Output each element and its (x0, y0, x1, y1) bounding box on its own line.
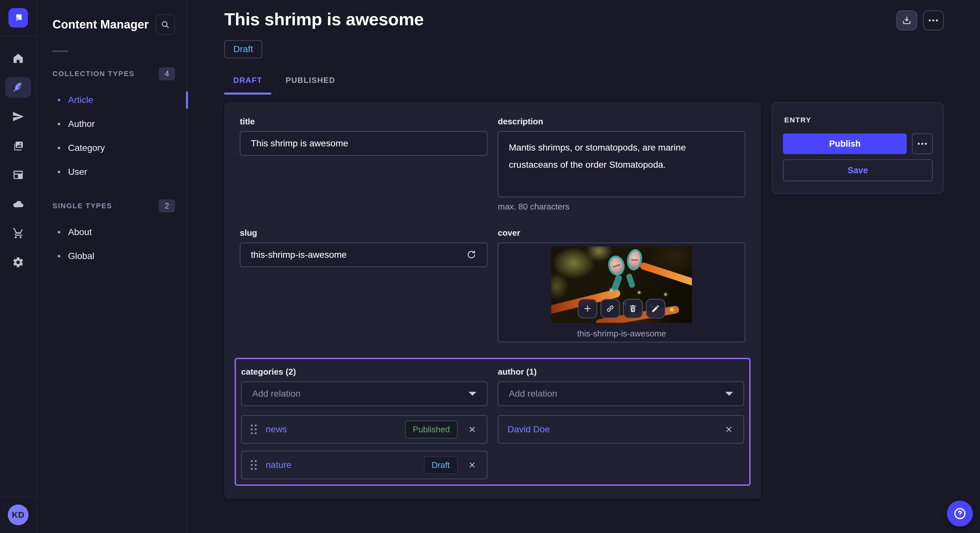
home-icon[interactable] (5, 48, 31, 69)
rail-footer: KD (0, 497, 36, 533)
relation-status-badge: Published (405, 420, 458, 438)
user-avatar[interactable]: KD (8, 504, 29, 525)
cover-media-card: this-shrimp-is-awesome (498, 243, 745, 342)
slug-field: slug (240, 228, 487, 342)
tab-published[interactable]: PUBLISHED (277, 76, 344, 95)
releases-icon[interactable] (5, 106, 31, 127)
entry-more-button[interactable] (912, 133, 933, 154)
relation-item-news: news Published (241, 415, 487, 444)
settings-icon[interactable] (5, 252, 31, 273)
title-input[interactable] (251, 138, 476, 149)
cover-image (551, 246, 692, 323)
link-icon (605, 304, 615, 314)
sidebar-item-global[interactable]: Global (37, 244, 187, 268)
add-icon (583, 304, 592, 314)
sidebar-item-user[interactable]: User (37, 160, 187, 184)
description-field: description Mantis shrimps, or stomatopo… (498, 117, 745, 212)
trash-icon (628, 304, 638, 313)
subnav-title: Content Manager (52, 18, 149, 32)
field-label: cover (498, 228, 745, 238)
relation-item-nature: nature Draft (241, 451, 487, 479)
author-field: author (1) Add relation David Doe (498, 367, 744, 479)
categories-relation-select[interactable]: Add relation (241, 381, 487, 406)
delete-media-button[interactable] (623, 299, 643, 318)
question-mark-icon (953, 506, 967, 521)
remove-relation-button[interactable] (467, 460, 478, 471)
header-actions (896, 10, 944, 30)
more-options-button[interactable] (923, 10, 944, 30)
collection-types-section: COLLECTION TYPES 4 Article Author Catego… (37, 67, 187, 184)
field-label: title (240, 117, 487, 127)
field-label: description (498, 117, 745, 127)
single-types-section: SINGLE TYPES 2 About Global (37, 200, 187, 268)
select-placeholder: Add relation (509, 389, 557, 399)
sidebar-item-about[interactable]: About (37, 220, 187, 244)
download-button[interactable] (896, 10, 917, 30)
bullet-icon (58, 255, 60, 257)
slug-input[interactable] (251, 250, 461, 260)
bullet-icon (58, 171, 60, 173)
entry-panel-label: ENTRY (784, 116, 933, 124)
remove-relation-button[interactable] (467, 424, 478, 435)
description-textarea[interactable]: Mantis shrimps, or stomatopods, are mari… (498, 131, 745, 197)
sidebar-item-label: About (68, 227, 92, 237)
add-media-button[interactable] (578, 299, 597, 318)
deploy-icon[interactable] (5, 194, 31, 214)
field-helper-text: max. 80 characters (498, 202, 745, 212)
bullet-icon (58, 99, 60, 102)
field-label: categories (2) (241, 367, 487, 377)
chevron-down-icon (725, 392, 733, 396)
relation-link[interactable]: David Doe (508, 424, 550, 435)
categories-field: categories (2) Add relation news Publish… (241, 367, 487, 479)
cover-action-bar (578, 299, 665, 318)
close-icon (468, 461, 476, 469)
save-button[interactable]: Save (783, 159, 933, 181)
page-title: This shrimp is awesome (224, 9, 423, 29)
search-button[interactable] (156, 14, 175, 35)
bullet-icon (58, 231, 60, 233)
relation-link[interactable]: news (266, 424, 287, 435)
remove-relation-button[interactable] (723, 424, 734, 435)
sidebar-item-label: Article (68, 95, 93, 105)
sidebar-item-author[interactable]: Author (37, 112, 187, 136)
strapi-logo-glyph (12, 12, 24, 24)
relation-link[interactable]: nature (266, 460, 291, 470)
regenerate-icon[interactable] (466, 250, 476, 260)
marketplace-icon[interactable] (5, 223, 31, 244)
select-placeholder: Add relation (252, 389, 301, 399)
help-button[interactable] (947, 501, 973, 527)
relations-highlight-box: categories (2) Add relation news Publish… (235, 358, 751, 486)
rail-nav-items (5, 36, 31, 273)
bullet-icon (58, 123, 60, 125)
copy-link-button[interactable] (600, 299, 620, 318)
sidebar-item-label: Author (68, 119, 95, 129)
strapi-logo-icon[interactable] (8, 8, 28, 27)
media-library-icon[interactable] (5, 135, 31, 156)
drag-handle-icon[interactable] (251, 425, 257, 434)
chevron-down-icon (469, 392, 476, 396)
edit-media-button[interactable] (646, 299, 665, 318)
edit-icon (651, 304, 660, 313)
more-icon (929, 19, 938, 21)
main-content: This shrimp is awesome Draft DRAFT PUBLI… (187, 0, 980, 533)
version-tabs: DRAFT PUBLISHED (224, 76, 944, 95)
title-field: title (240, 117, 487, 212)
publish-button[interactable]: Publish (783, 133, 907, 154)
author-relation-select[interactable]: Add relation (498, 381, 744, 406)
sidebar-item-article[interactable]: Article (37, 88, 187, 112)
content-type-builder-icon[interactable] (5, 165, 31, 185)
drag-handle-icon[interactable] (251, 460, 257, 470)
relation-item-david-doe: David Doe (498, 415, 744, 444)
search-icon (161, 20, 170, 30)
more-icon (918, 143, 920, 145)
sidebar-item-category[interactable]: Category (37, 136, 187, 160)
cover-field: cover (498, 228, 745, 342)
tab-draft[interactable]: DRAFT (224, 76, 271, 95)
section-label: COLLECTION TYPES (52, 70, 135, 78)
content-manager-icon[interactable] (5, 77, 31, 98)
logo-box (0, 0, 36, 36)
download-icon (902, 15, 912, 25)
cover-caption: this-shrimp-is-awesome (577, 329, 666, 339)
content-manager-subnav: Content Manager COLLECTION TYPES 4 Artic… (37, 0, 187, 533)
edit-form-card: title description Mantis shrimps, or sto… (224, 102, 761, 499)
